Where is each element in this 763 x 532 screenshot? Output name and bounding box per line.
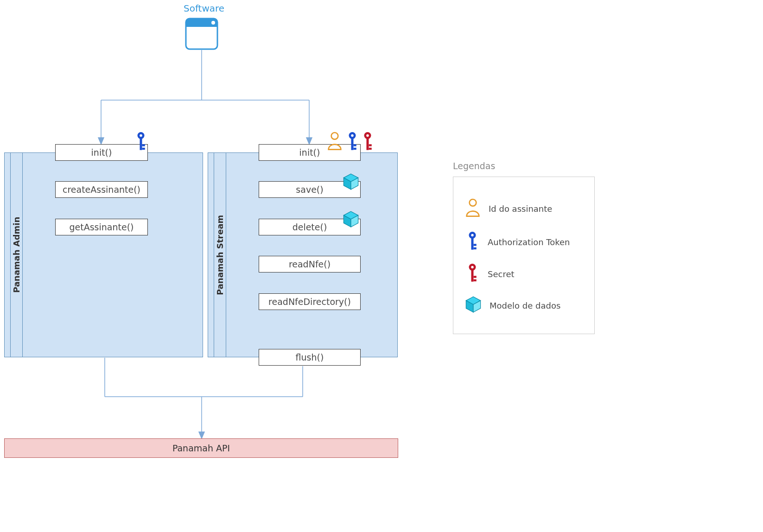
key-icon	[465, 263, 479, 285]
svg-rect-45	[471, 270, 474, 282]
svg-marker-7	[98, 138, 104, 144]
panel-admin-title: Panamah Admin	[10, 152, 23, 357]
svg-point-44	[471, 266, 474, 269]
method-stream-readnfedirectory: readNfeDirectory()	[259, 293, 361, 310]
svg-rect-46	[474, 276, 477, 278]
legend-title: Legendas	[453, 161, 495, 171]
legend-label: Id do assinante	[489, 204, 552, 214]
method-label: delete()	[292, 222, 327, 232]
api-box: Panamah API	[4, 438, 398, 458]
method-label: getAssinante()	[70, 222, 134, 232]
method-admin-createassinante: createAssinante()	[55, 181, 148, 198]
key-icon	[345, 131, 359, 153]
legend-label: Secret	[488, 269, 515, 279]
svg-rect-19	[142, 148, 145, 150]
api-label: Panamah API	[172, 443, 230, 453]
cube-icon	[343, 211, 359, 229]
method-label: readNfeDirectory()	[268, 297, 351, 307]
method-stream-flush: flush()	[259, 349, 361, 366]
svg-rect-18	[142, 144, 145, 146]
svg-point-27	[366, 134, 369, 137]
svg-marker-14	[199, 432, 204, 438]
legend-item-modelo: Modelo de dados	[465, 296, 560, 315]
method-label: save()	[296, 184, 323, 195]
method-label: flush()	[296, 352, 324, 362]
svg-rect-30	[369, 148, 372, 150]
user-icon	[327, 132, 342, 152]
method-label: readNfe()	[289, 259, 331, 269]
legend-item-secret: Secret	[465, 263, 515, 285]
panel-stream-title: Panamah Stream	[214, 152, 226, 357]
method-stream-readnfe: readNfe()	[259, 256, 361, 272]
svg-point-20	[331, 133, 338, 139]
svg-rect-29	[369, 144, 372, 146]
user-icon	[465, 198, 480, 219]
legend-label: Authorization Token	[488, 237, 570, 247]
svg-point-39	[471, 234, 474, 237]
svg-rect-23	[351, 139, 354, 150]
method-label: init()	[299, 147, 320, 158]
svg-rect-41	[474, 244, 477, 246]
key-icon	[465, 231, 479, 253]
svg-point-22	[351, 134, 354, 137]
method-label: init()	[91, 147, 112, 158]
legend-item-auth-token: Authorization Token	[465, 231, 570, 253]
svg-rect-28	[367, 139, 369, 150]
svg-rect-40	[471, 238, 474, 250]
svg-marker-9	[306, 138, 312, 144]
key-icon	[134, 131, 148, 153]
key-icon	[361, 131, 375, 153]
method-admin-getassinante: getAssinante()	[55, 219, 148, 235]
method-label: createAssinante()	[63, 184, 140, 195]
cube-icon	[343, 173, 359, 192]
svg-point-16	[140, 134, 142, 137]
svg-rect-42	[474, 247, 477, 249]
svg-rect-47	[474, 279, 477, 281]
legend-label: Modelo de dados	[490, 301, 560, 310]
svg-rect-24	[354, 144, 356, 146]
svg-point-37	[470, 199, 477, 206]
svg-rect-25	[354, 148, 356, 150]
cube-icon	[465, 296, 481, 315]
svg-rect-17	[140, 139, 142, 150]
legend-item-user: Id do assinante	[465, 198, 552, 219]
